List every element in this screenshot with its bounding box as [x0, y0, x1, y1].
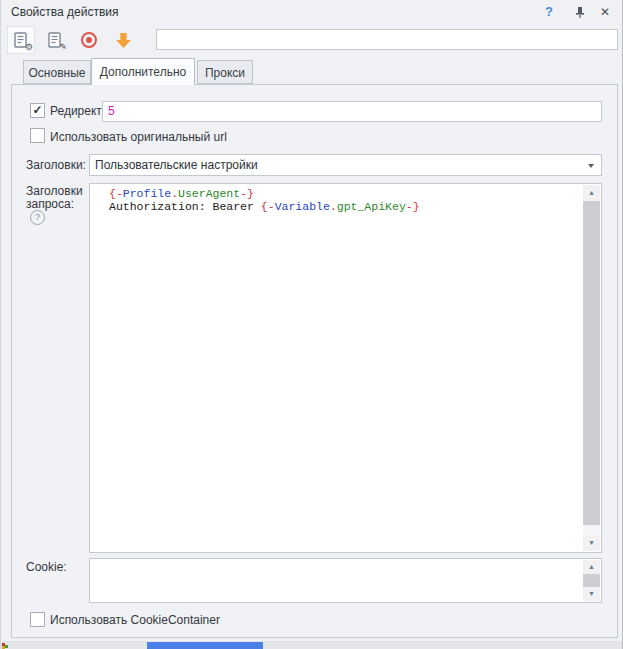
question-circle-icon[interactable]: ? — [30, 210, 45, 225]
request-headers-code: {-Profile.UserAgent-}Authorization: Bear… — [109, 187, 581, 213]
headers-select[interactable]: Пользовательские настройки — [89, 154, 602, 176]
redirect-label: Редирект — [50, 104, 102, 118]
tab-basic[interactable]: Основные — [23, 60, 91, 84]
down-arrow-icon — [115, 32, 132, 49]
edit-list-button[interactable]: ✎ — [41, 26, 69, 54]
scroll-up-icon[interactable]: ▲ — [583, 560, 600, 574]
bottom-scroll-thumb[interactable] — [147, 642, 263, 649]
close-icon[interactable]: ✕ — [596, 3, 614, 21]
panel-title: Свойства действия — [11, 5, 118, 19]
chevron-down-icon[interactable] — [588, 164, 594, 168]
properties-settings-button[interactable]: ⚙ — [7, 26, 35, 54]
use-original-url-label: Использовать оригинальный url — [50, 130, 227, 144]
scroll-down-icon[interactable]: ▼ — [583, 535, 600, 551]
scroll-down-icon[interactable]: ▼ — [583, 587, 600, 601]
request-headers-scrollbar[interactable]: ▲ ▼ — [583, 185, 600, 551]
record-button[interactable] — [75, 26, 103, 54]
action-properties-panel: Свойства действия ? ✕ ⚙ — [0, 0, 623, 649]
headers-label: Заголовки: — [26, 158, 86, 172]
headers-selected-value: Пользовательские настройки — [95, 158, 258, 172]
scrollbar-thumb[interactable] — [583, 201, 600, 525]
redirect-checkbox[interactable]: ✓ — [30, 103, 45, 118]
document-gear-icon: ⚙ — [12, 31, 30, 49]
document-edit-icon: ✎ — [46, 31, 64, 49]
help-icon[interactable]: ? — [540, 3, 558, 21]
toolbar: ⚙ ✎ — [1, 24, 623, 56]
titlebar: Свойства действия ? ✕ — [1, 0, 623, 24]
navigate-down-button[interactable] — [109, 26, 137, 54]
cookie-label: Cookie: — [26, 560, 67, 574]
scrollbar-thumb[interactable] — [583, 574, 600, 587]
record-icon — [81, 32, 97, 48]
tab-proxy[interactable]: Прокси — [197, 60, 253, 84]
use-original-url-checkbox[interactable] — [30, 128, 45, 143]
cookie-textarea[interactable]: ▲ ▼ — [89, 558, 602, 603]
request-headers-label-line2: запроса: — [26, 197, 74, 211]
bottom-scroll-track — [1, 641, 623, 649]
request-headers-label-line1: Заголовки — [26, 184, 83, 198]
use-cookiecontainer-label: Использовать CookieContainer — [50, 613, 220, 627]
cookie-scrollbar[interactable]: ▲ ▼ — [583, 560, 600, 601]
use-cookiecontainer-checkbox[interactable] — [30, 612, 45, 627]
tab-advanced[interactable]: Дополнительно — [91, 58, 195, 85]
request-headers-textarea[interactable]: {-Profile.UserAgent-}Authorization: Bear… — [89, 183, 602, 553]
toolbar-text-input[interactable] — [156, 29, 618, 50]
screen-artifact — [5, 645, 8, 648]
redirect-count-input[interactable]: 5 — [102, 101, 602, 122]
scroll-up-icon[interactable]: ▲ — [583, 185, 600, 201]
pin-icon[interactable] — [571, 3, 589, 21]
